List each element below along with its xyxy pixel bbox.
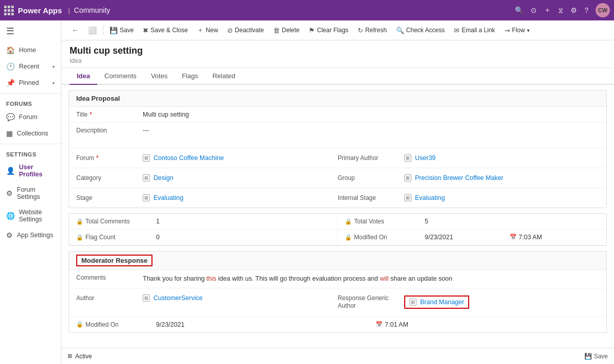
total-votes-cell: 🔒 Total Votes 5 <box>338 214 606 230</box>
moderator-comments-text: Thank you for sharing this idea with us.… <box>143 274 599 284</box>
sidebar-forum-label: Forum <box>19 113 37 121</box>
app-name: Power Apps <box>18 6 62 15</box>
sidebar-collections-label: Collections <box>17 130 48 137</box>
description-row: Description --- <box>69 123 606 148</box>
total-votes-value: 5 <box>425 218 599 225</box>
sidebar-item-website-settings[interactable]: 🌐 Website Settings <box>0 204 61 227</box>
tab-votes[interactable]: Votes <box>144 68 175 85</box>
moderator-title: Moderator Response <box>76 255 152 266</box>
description-label: Description <box>76 127 143 134</box>
moderator-title-row: Moderator Response <box>69 252 606 270</box>
flag-count-label: Flag Count <box>85 234 152 241</box>
modified-on-label: Modified On <box>354 234 421 241</box>
sidebar-item-pinned[interactable]: 📌 Pinned ▾ <box>0 75 61 91</box>
stage-label: Stage <box>76 194 143 201</box>
modified-on-time: 7:03 AM <box>519 234 600 241</box>
stage-group: Stage ⊞ Evaluating <box>76 192 338 203</box>
group-link[interactable]: ⊞ Precision Brewer Coffee Maker <box>404 174 599 181</box>
back-button[interactable]: ← <box>68 24 83 36</box>
forum-icon: 💬 <box>6 113 15 121</box>
page-subtitle: Idea <box>70 57 606 64</box>
group-lookup-icon: ⊞ <box>404 174 411 181</box>
avatar[interactable]: CW <box>596 3 610 17</box>
description-value: --- <box>143 127 599 134</box>
website-settings-icon: 🌐 <box>6 212 15 220</box>
sidebar-item-user-profiles[interactable]: 👤 User Profiles <box>0 160 61 182</box>
save-close-button[interactable]: ✖ Save & Close <box>139 25 192 36</box>
tab-idea[interactable]: Idea <box>70 68 97 85</box>
settings-icon[interactable]: ⚙ <box>571 6 577 14</box>
response-generic-link[interactable]: Brand Manager <box>420 299 464 306</box>
help-circle-icon[interactable]: ⊙ <box>531 6 537 14</box>
status-expand-icon[interactable]: ⊞ <box>68 353 72 359</box>
internal-stage-group: Internal Stage ⊞ Evaluating <box>338 192 599 203</box>
sidebar-item-app-settings[interactable]: ⚙ App Settings <box>0 227 61 243</box>
internal-stage-label: Internal Stage <box>338 194 404 201</box>
calendar-icon[interactable]: 📅 <box>510 234 517 241</box>
save-close-icon: ✖ <box>143 27 148 34</box>
response-generic-group: Response Generic Author ⊞ Brand Manager <box>338 292 599 312</box>
search-icon[interactable]: 🔍 <box>515 6 523 14</box>
check-access-icon: 🔍 <box>396 27 404 34</box>
mod-modified-row: 🔒 Modified On 9/23/2021 📅 7:01 AM <box>69 317 606 332</box>
clear-flags-button[interactable]: ⚑ Clear Flags <box>304 25 352 36</box>
tab-related[interactable]: Related <box>205 68 243 85</box>
moderator-comments-label: Comments <box>76 274 143 281</box>
sidebar-item-recent[interactable]: 🕐 Recent ▾ <box>0 58 61 75</box>
pinned-chevron-icon: ▾ <box>52 80 55 86</box>
sidebar-item-forum-settings[interactable]: ⚙ Forum Settings <box>0 182 61 204</box>
save-button[interactable]: 💾 Save <box>105 25 138 36</box>
sidebar-item-collections[interactable]: ▦ Collections <box>0 125 61 142</box>
title-label: Title * <box>76 111 143 118</box>
forum-link[interactable]: ⊞ Contoso Coffee Machine <box>143 154 338 162</box>
mod-calendar-icon[interactable]: 📅 <box>376 321 383 328</box>
question-icon[interactable]: ? <box>584 6 588 14</box>
delete-button[interactable]: 🗑 Delete <box>269 25 304 36</box>
top-bar: Power Apps | Community 🔍 ⊙ ＋ ⧖ ⚙ ? CW <box>0 0 614 20</box>
total-comments-label: Total Comments <box>85 218 152 225</box>
primary-author-link[interactable]: ⊞ User39 <box>404 154 599 162</box>
delete-icon: 🗑 <box>273 27 280 34</box>
filter-icon[interactable]: ⧖ <box>558 6 563 15</box>
email-link-button[interactable]: ✉ Email a Link <box>450 25 499 36</box>
new-button[interactable]: ＋ New <box>193 24 222 37</box>
home-icon: 🏠 <box>6 46 15 54</box>
mod-author-link[interactable]: ⊞ CustomerService <box>143 294 338 302</box>
tab-comments[interactable]: Comments <box>97 68 144 85</box>
forums-section-title: Forums <box>0 96 61 109</box>
mod-author-group: Author ⊞ CustomerService <box>76 292 338 304</box>
flag-count-lock-icon: 🔒 <box>76 234 83 241</box>
sidebar-item-home[interactable]: 🏠 Home <box>0 42 61 58</box>
category-link[interactable]: ⊞ Design <box>143 174 338 181</box>
title-row: Title * Multi cup setting <box>69 107 606 123</box>
stage-value: ⊞ Evaluating <box>143 194 338 201</box>
internal-stage-lookup-icon: ⊞ <box>404 194 411 201</box>
group-group: Group ⊞ Precision Brewer Coffee Maker <box>338 172 599 184</box>
bottom-save-button[interactable]: 💾 Save <box>584 353 608 360</box>
plus-icon[interactable]: ＋ <box>544 6 551 15</box>
category-value: ⊞ Design <box>143 174 338 181</box>
internal-stage-link[interactable]: ⊞ Evaluating <box>404 194 599 201</box>
check-access-button[interactable]: 🔍 Check Access <box>392 25 449 36</box>
save-icon: 💾 <box>109 27 118 34</box>
stage-link[interactable]: ⊞ Evaluating <box>143 194 338 201</box>
page-button[interactable]: ⬜ <box>84 24 101 36</box>
collections-icon: ▦ <box>6 129 13 138</box>
status-label: Active <box>75 353 92 360</box>
primary-author-label: Primary Author <box>338 154 404 162</box>
category-group-row: Category ⊞ Design Group ⊞ <box>69 168 606 188</box>
sidebar-home-label: Home <box>19 47 36 54</box>
refresh-button[interactable]: ↻ Refresh <box>354 25 391 36</box>
flow-button[interactable]: ⇝ Flow ▾ <box>500 25 534 36</box>
tab-flags[interactable]: Flags <box>174 68 205 85</box>
sidebar-website-settings-label: Website Settings <box>19 209 55 223</box>
stage-lookup-icon: ⊞ <box>143 194 150 201</box>
deactivate-button[interactable]: ⊘ Deactivate <box>223 25 268 36</box>
hamburger-icon[interactable]: ☰ <box>0 20 61 42</box>
app-grid-menu[interactable] <box>4 6 14 15</box>
sidebar-item-forum[interactable]: 💬 Forum <box>0 109 61 125</box>
sidebar-recent-label: Recent <box>19 63 39 70</box>
page-title: Multi cup setting <box>70 46 606 56</box>
total-comments-cell: 🔒 Total Comments 1 <box>69 214 338 230</box>
sidebar-forum-settings-label: Forum Settings <box>17 186 55 200</box>
